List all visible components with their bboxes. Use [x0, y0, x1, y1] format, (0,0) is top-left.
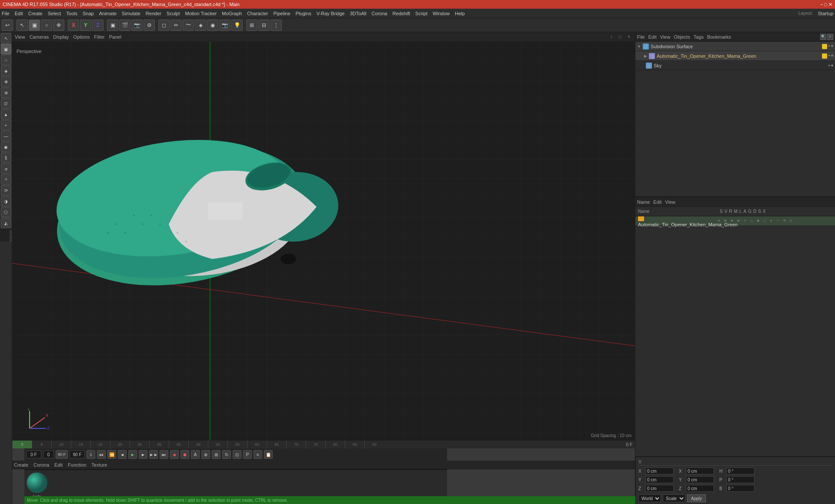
am-view[interactable]: View [665, 199, 675, 205]
world-select[interactable]: World [638, 494, 661, 502]
menu-3dto[interactable]: 3DToAll [350, 11, 366, 16]
scale-tool[interactable]: ✙ [53, 20, 64, 31]
obj-vis-tin[interactable]: ● [828, 53, 830, 59]
tool-add[interactable]: ✙ [1, 76, 11, 87]
attr-icon-s[interactable]: ● [716, 219, 721, 224]
mat-texture[interactable]: Texture [91, 462, 107, 468]
om-edit[interactable]: Edit [648, 34, 657, 40]
transport-to-end[interactable]: ⏭ [160, 450, 168, 459]
transport-record-stop[interactable]: ■ [170, 450, 179, 459]
attr-row-main[interactable]: Automatic_Tin_Opener_Kitchen_Mama_Green … [635, 216, 835, 226]
menu-help[interactable]: Help [455, 11, 465, 16]
menu-animate[interactable]: Animate [99, 11, 117, 16]
attr-icon-l[interactable]: ≡ [742, 219, 748, 224]
menu-tools[interactable]: Tools [66, 11, 77, 16]
om-tags[interactable]: Tags [694, 34, 704, 40]
tool-remove[interactable]: ⊗ [1, 87, 11, 98]
attr-icon-extra2[interactable]: ◎ [788, 219, 793, 224]
close-btn[interactable]: ✕ [828, 2, 832, 7]
obj-row-subdiv[interactable]: ▼ ⬡ Subdivision Surface ● ■ [635, 42, 835, 51]
menu-window[interactable]: Window [433, 11, 450, 16]
viewport-canvas[interactable]: Perspective Grid Spacing : 10 cm X Y Z [12, 42, 635, 441]
menu-render[interactable]: Render [146, 11, 161, 16]
tool-bevel[interactable]: ◑ [1, 196, 11, 206]
transport-motion[interactable]: 📋 [264, 450, 273, 459]
obj-render-sky[interactable]: ■ [831, 63, 833, 67]
layout-value[interactable]: Startup [818, 11, 833, 16]
transport-keyframe-param[interactable]: P [243, 450, 252, 459]
menu-snap[interactable]: Snap [83, 11, 94, 16]
vp-view-menu[interactable]: View [15, 34, 25, 40]
vp-options-menu[interactable]: Options [73, 34, 90, 40]
menu-redshift[interactable]: Redshift [392, 11, 410, 16]
coord-x-rot[interactable]: 0 cm [686, 468, 714, 474]
tool-knife[interactable]: § [1, 153, 11, 163]
tool-loop[interactable]: ∅ [1, 98, 11, 109]
coord-z-pos[interactable]: 0 cm [645, 485, 674, 492]
attr-icon-x[interactable]: × [775, 219, 780, 224]
transport-to-start[interactable]: ⏮ [97, 450, 106, 459]
render-btn[interactable]: 🎬 [119, 20, 130, 31]
tool-move[interactable]: ↖ [1, 33, 11, 43]
camera-btn[interactable]: 📷 [219, 20, 230, 31]
obj-row-sky[interactable]: ○ Sky ● ■ [635, 61, 835, 70]
sym-btn[interactable]: ⋮ [271, 20, 282, 31]
transport-keyframe-pos[interactable]: ⊞ [212, 450, 220, 459]
tool-face[interactable]: ◉ [1, 142, 11, 152]
attr-icon-s2[interactable]: ● [768, 219, 774, 224]
coord-b[interactable]: 0 ° [726, 485, 755, 492]
vp-close-icon[interactable]: × [625, 33, 632, 40]
obj-expand-tin[interactable]: ▶ [644, 54, 647, 58]
attr-icon-v[interactable]: ■ [723, 219, 728, 224]
menu-motion[interactable]: Motion Tracker [185, 11, 217, 16]
tool-select-poly[interactable]: ◈ [1, 66, 11, 76]
minimize-btn[interactable]: − [820, 2, 823, 7]
attr-icon-d[interactable]: ◇ [762, 219, 767, 224]
vp-filter-menu[interactable]: Filter [94, 34, 104, 40]
undo-btn[interactable]: ↩ [2, 20, 13, 31]
tool-subdivide[interactable]: ⬡ [1, 207, 11, 217]
render-region-btn[interactable]: ▣ [107, 20, 118, 31]
menu-simulate[interactable]: Simulate [122, 11, 140, 16]
coord-z-rot[interactable]: 0 cm [686, 485, 714, 492]
menu-pipeline[interactable]: Pipeline [273, 11, 290, 16]
tool-point[interactable]: • [1, 120, 11, 130]
transport-record-key[interactable]: ⏺ [180, 450, 189, 459]
tool-select-rect[interactable]: ▣ [1, 44, 11, 54]
apply-button[interactable]: Apply [687, 494, 706, 502]
menu-plugins[interactable]: Plugins [296, 11, 311, 16]
start-frame-input[interactable]: 0 F [26, 451, 41, 458]
coord-h[interactable]: 0 ° [726, 468, 755, 474]
om-objects[interactable]: Objects [674, 34, 690, 40]
vp-panel-menu[interactable]: Panel [109, 34, 121, 40]
obj-render-tin[interactable]: ■ [831, 53, 833, 59]
menu-select[interactable]: Select [48, 11, 61, 16]
transport-next[interactable]: ► [139, 450, 147, 459]
tool-edge[interactable]: — [1, 131, 11, 141]
rotate-tool[interactable]: ○ [41, 20, 52, 31]
menu-script[interactable]: Script [415, 11, 428, 16]
tool-weld[interactable]: ⌀ [1, 163, 11, 174]
transport-keyframe-rot[interactable]: ↻ [222, 450, 231, 459]
om-search-icon[interactable]: 🔍 [820, 34, 826, 40]
coord-p[interactable]: 0 ° [726, 476, 755, 483]
mat-edit[interactable]: Edit [54, 462, 63, 468]
transport-keyframe-all[interactable]: ⊕ [201, 450, 210, 459]
render-settings-btn[interactable]: ⚙ [144, 20, 155, 31]
am-edit[interactable]: Edit [653, 199, 661, 205]
attr-icon-a[interactable]: △ [749, 219, 754, 224]
attr-icon-g[interactable]: ◆ [755, 219, 761, 224]
array-btn[interactable]: ⊟ [258, 20, 270, 31]
transport-auto-key[interactable]: A [191, 450, 200, 459]
clone-btn[interactable]: ⊞ [246, 20, 257, 31]
select-tool[interactable]: ▣ [29, 20, 40, 31]
material-knife[interactable]: knife [26, 472, 48, 499]
tool-select-circle[interactable]: ○ [1, 55, 11, 65]
vp-expand-icon[interactable]: ↕ [608, 33, 615, 40]
spline-btn[interactable]: 〜 [183, 20, 194, 31]
scene-btn[interactable]: ◉ [207, 20, 218, 31]
coord-x-pos[interactable]: 0 cm [645, 468, 674, 474]
x-axis-btn[interactable]: X [68, 20, 79, 31]
menu-character[interactable]: Character [247, 11, 268, 16]
cube-btn[interactable]: ◻ [158, 20, 170, 31]
